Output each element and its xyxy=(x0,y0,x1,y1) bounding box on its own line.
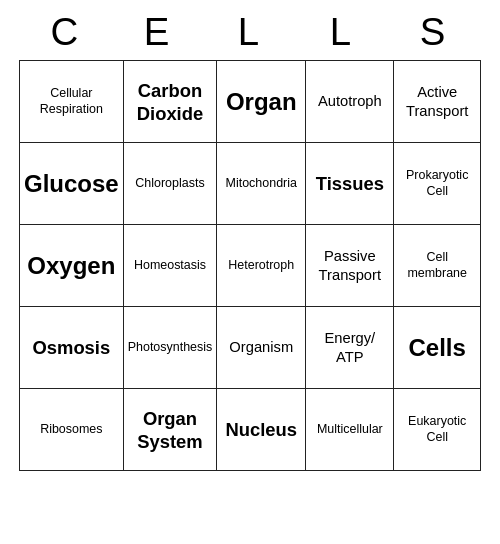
bingo-cell[interactable]: Autotroph xyxy=(306,61,394,143)
bingo-cell[interactable]: Osmosis xyxy=(20,307,124,389)
bingo-cell[interactable]: Carbon Dioxide xyxy=(123,61,217,143)
bingo-cell[interactable]: Nucleus xyxy=(217,389,306,471)
title-letter: E xyxy=(112,10,204,54)
bingo-cell[interactable]: Ribosomes xyxy=(20,389,124,471)
title-letter: C xyxy=(20,10,112,54)
bingo-cell[interactable]: Energy/ ATP xyxy=(306,307,394,389)
bingo-cell[interactable]: Tissues xyxy=(306,143,394,225)
bingo-title: CELLS xyxy=(20,0,480,60)
bingo-cell[interactable]: Organism xyxy=(217,307,306,389)
bingo-cell[interactable]: Homeostasis xyxy=(123,225,217,307)
bingo-cell[interactable]: Chloroplasts xyxy=(123,143,217,225)
bingo-cell[interactable]: Oxygen xyxy=(20,225,124,307)
bingo-cell[interactable]: Eukaryotic Cell xyxy=(394,389,481,471)
bingo-cell[interactable]: Cellular Respiration xyxy=(20,61,124,143)
title-letter: L xyxy=(204,10,296,54)
bingo-cell[interactable]: Prokaryotic Cell xyxy=(394,143,481,225)
bingo-cell[interactable]: Cells xyxy=(394,307,481,389)
bingo-cell[interactable]: Active Transport xyxy=(394,61,481,143)
bingo-cell[interactable]: Mitochondria xyxy=(217,143,306,225)
title-letter: S xyxy=(388,10,480,54)
bingo-cell[interactable]: Passive Transport xyxy=(306,225,394,307)
bingo-cell[interactable]: Glucose xyxy=(20,143,124,225)
bingo-grid: Cellular RespirationCarbon DioxideOrganA… xyxy=(19,60,481,471)
bingo-cell[interactable]: Photosynthesis xyxy=(123,307,217,389)
bingo-cell[interactable]: Heterotroph xyxy=(217,225,306,307)
bingo-cell[interactable]: Multicellular xyxy=(306,389,394,471)
bingo-cell[interactable]: Organ System xyxy=(123,389,217,471)
bingo-cell[interactable]: Organ xyxy=(217,61,306,143)
bingo-cell[interactable]: Cell membrane xyxy=(394,225,481,307)
title-letter: L xyxy=(296,10,388,54)
